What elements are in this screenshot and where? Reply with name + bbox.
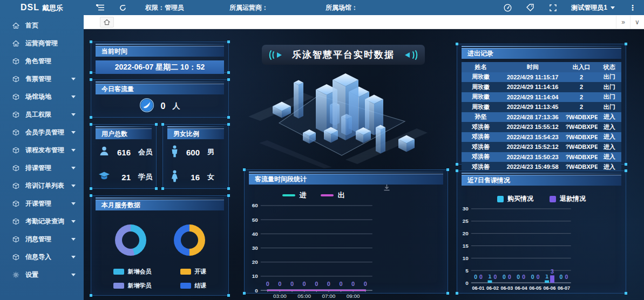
sidebar-item-staff-perms[interactable]: 员工权限 — [0, 106, 84, 124]
sidebar-item-label: 场馆场地 — [25, 92, 51, 101]
sidebar-item-course-publish[interactable]: 课程发布管理 — [0, 141, 84, 159]
collapse-menu-icon[interactable] — [96, 3, 104, 12]
svg-text:06-06: 06-06 — [544, 285, 556, 291]
svg-text:0: 0 — [255, 288, 258, 294]
panel-corner-accent — [227, 194, 230, 197]
table-cell: 2022/4/29 11:13:45 — [500, 102, 565, 112]
svg-text:0: 0 — [560, 274, 563, 280]
member-icon — [98, 145, 110, 159]
panel-corner-accent — [625, 292, 627, 295]
column-header: 姓名 — [462, 62, 500, 72]
more-menu-icon[interactable]: ⋮ — [629, 3, 636, 12]
svg-text:40: 40 — [252, 231, 259, 237]
panel-current-time: 当前时间 2022-06-07 星期二 10：52 — [91, 42, 229, 73]
panel-corner-accent — [227, 116, 230, 119]
svg-text:0: 0 — [303, 281, 306, 287]
panel-corner-accent — [456, 169, 458, 172]
table-cell: 2022/4/23 15:54:23 — [500, 132, 565, 142]
chevron-down-icon — [71, 167, 76, 169]
sidebar: 首页运营商管理角色管理售票管理场馆场地员工权限会员学员管理课程发布管理排课管理培… — [0, 15, 84, 300]
sidebar-item-label: 首页 — [25, 21, 38, 30]
tab-home[interactable] — [100, 17, 114, 28]
cube-icon — [12, 147, 19, 154]
stat-value: 16 — [185, 173, 200, 182]
table-cell: 邓洪善 — [462, 132, 500, 142]
fullscreen-icon[interactable] — [548, 3, 557, 12]
cube-icon — [12, 76, 19, 83]
legend-label-out: 出 — [338, 190, 345, 200]
chevron-down-icon — [71, 220, 76, 223]
tag-icon[interactable] — [526, 3, 534, 12]
table-row: 周玫徽2022/4/29 11:14:162出门 — [462, 82, 621, 92]
sidebar-item-class-mgmt[interactable]: 开课管理 — [0, 195, 84, 213]
user-menu[interactable]: 测试管理员1 — [571, 3, 615, 12]
cube-icon — [12, 236, 19, 243]
legend-swatch-buy — [497, 196, 504, 202]
panel-title: 当前时间 — [96, 46, 224, 57]
table-cell: 周玫徽 — [462, 82, 500, 92]
svg-text:06-05: 06-05 — [529, 285, 541, 291]
panel-corner-accent — [446, 292, 449, 295]
table-cell: 2022/4/23 15:52:12 — [500, 142, 565, 152]
svg-text:0: 0 — [290, 281, 294, 287]
panel-corner-accent — [90, 294, 92, 297]
refresh-icon[interactable] — [118, 3, 127, 12]
svg-text:0: 0 — [479, 274, 483, 280]
svg-text:0: 0 — [278, 281, 281, 287]
dashboard-content: 当前时间 2022-06-07 星期二 10：52 今日客流量 0 人 用户总数… — [84, 29, 644, 300]
legend-item: 退款情况 — [550, 194, 586, 203]
female-icon — [170, 170, 179, 185]
svg-text:1: 1 — [545, 274, 548, 280]
table-cell: 2022/4/23 15:50:23 — [500, 152, 565, 162]
logo-cn: 戴思乐 — [42, 3, 63, 13]
tabs-overflow-icon[interactable]: » — [616, 16, 630, 29]
panel-corner-accent — [90, 116, 92, 119]
panel-corner-accent — [161, 187, 164, 190]
sidebar-item-venue-grounds[interactable]: 场馆场地 — [0, 88, 84, 106]
legend-label: 开课 — [195, 268, 207, 276]
chevron-down-icon — [71, 113, 76, 116]
sidebar-item-info-import[interactable]: 信息导入 — [0, 248, 84, 266]
panel-corner-accent — [90, 78, 92, 81]
panel-corner-accent — [456, 163, 458, 166]
table-row: 邓洪善2022/4/23 15:52:12?W4DBXPE进入 — [462, 142, 621, 152]
sidebar-item-member-mgmt[interactable]: 会员学员管理 — [0, 124, 84, 141]
panel-corner-accent — [227, 123, 230, 126]
svg-text:05:00: 05:00 — [297, 293, 311, 299]
sidebar-item-schedule-mgmt[interactable]: 排课管理 — [0, 159, 84, 177]
table-cell: 出门 — [598, 72, 621, 83]
gauge-icon[interactable] — [503, 3, 512, 12]
panel-corner-accent — [243, 168, 246, 171]
student-icon — [98, 171, 110, 183]
svg-text:0: 0 — [494, 274, 497, 280]
panel-total-users: 用户总数 616会员21学员 — [91, 124, 157, 189]
tabs-dropdown-icon[interactable]: ∨ — [630, 16, 644, 29]
table-cell: 进入 — [598, 152, 621, 162]
chevron-down-icon — [71, 131, 76, 134]
svg-text:06-02: 06-02 — [486, 285, 499, 291]
donut-chart-members — [115, 224, 146, 256]
sidebar-item-home[interactable]: 首页 — [0, 17, 84, 35]
sidebar-item-training-orders[interactable]: 培训订单列表 — [0, 177, 84, 195]
panel-corner-accent — [90, 40, 92, 43]
panel-title: 本月服务数据 — [96, 200, 224, 210]
sidebar-item-role-mgmt[interactable]: 角色管理 — [0, 52, 84, 70]
table-cell: 2 — [565, 102, 597, 112]
dashboard-banner: 乐泳智慧平台实时数据 — [262, 45, 425, 65]
gender-ratio-row: 600男 — [163, 140, 228, 164]
sidebar-item-attendance[interactable]: 考勤记录查询 — [0, 213, 84, 230]
panel-corner-accent — [456, 43, 458, 45]
svg-text:0: 0 — [327, 281, 330, 287]
legend-swatch — [113, 269, 124, 275]
panel-corner-accent — [155, 187, 158, 190]
sidebar-item-operator-mgmt[interactable]: 运营商管理 — [0, 35, 84, 52]
sidebar-item-settings[interactable]: 设置 — [0, 266, 84, 284]
svg-text:07:00: 07:00 — [322, 293, 335, 299]
sidebar-item-ticket-mgmt[interactable]: 售票管理 — [0, 70, 84, 88]
download-icon[interactable] — [383, 183, 390, 193]
sidebar-item-message-mgmt[interactable]: 消息管理 — [0, 230, 84, 248]
male-icon — [170, 145, 179, 160]
table-cell: 2 — [565, 72, 597, 83]
legend-label: 结课 — [195, 282, 207, 290]
table-cell: 周玫徽 — [462, 102, 500, 112]
